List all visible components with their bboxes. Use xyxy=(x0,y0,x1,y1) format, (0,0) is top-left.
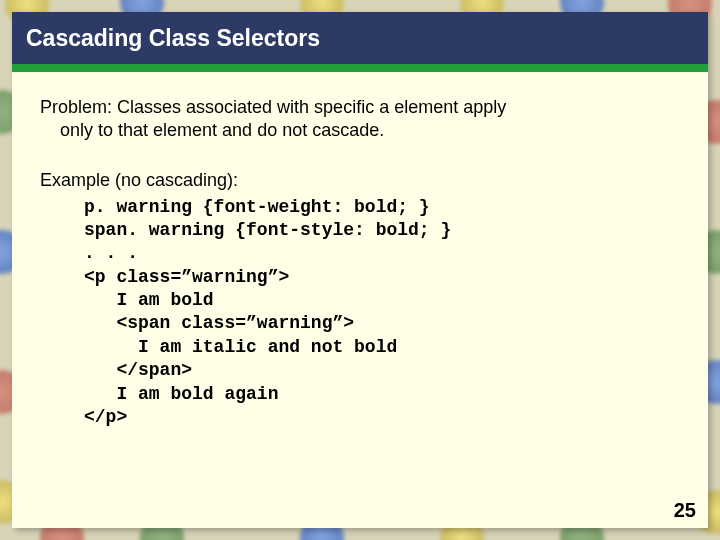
problem-text: Problem: Classes associated with specifi… xyxy=(40,96,680,141)
problem-line-1: Problem: Classes associated with specifi… xyxy=(40,96,680,119)
slide-title: Cascading Class Selectors xyxy=(26,25,320,52)
slide-body: Problem: Classes associated with specifi… xyxy=(12,72,708,429)
slide-title-bar: Cascading Class Selectors xyxy=(12,12,708,72)
slide: Cascading Class Selectors Problem: Class… xyxy=(12,12,708,528)
page-number: 25 xyxy=(674,499,696,522)
example-label: Example (no cascading): xyxy=(40,169,680,192)
code-block: p. warning {font-weight: bold; } span. w… xyxy=(40,196,680,430)
problem-line-2: only to that element and do not cascade. xyxy=(40,119,680,142)
